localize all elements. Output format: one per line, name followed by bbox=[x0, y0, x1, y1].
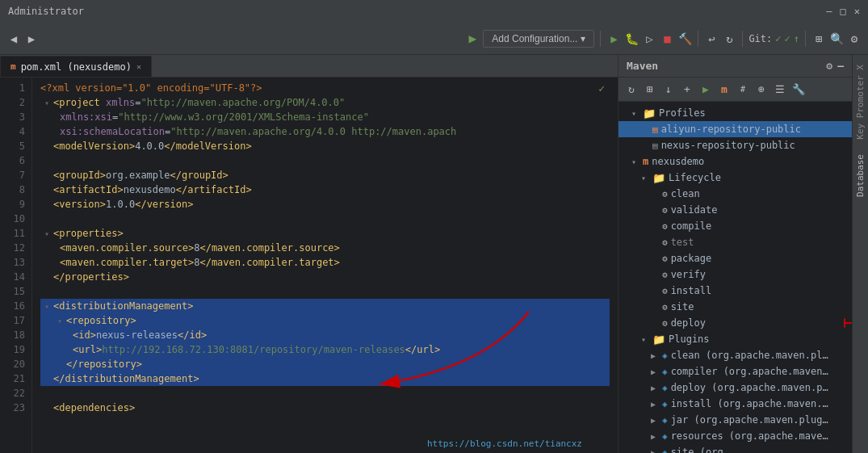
maven-filter-icon[interactable]: ☰ bbox=[772, 82, 788, 98]
lifecycle-folder-icon: 📁 bbox=[652, 172, 665, 184]
tree-clean[interactable]: ⚙ clean bbox=[619, 186, 852, 202]
maximize-btn[interactable]: □ bbox=[841, 6, 846, 17]
stop-icon[interactable]: ■ bbox=[660, 31, 674, 46]
aliyun-profile-icon: ▤ bbox=[652, 124, 658, 135]
validate-label: validate bbox=[671, 204, 718, 216]
maven-run-icon[interactable]: ▶ bbox=[698, 82, 714, 98]
code-line-23: <dependencies> bbox=[40, 401, 610, 415]
tab-bar: m pom.xml (nexusdemo) ✕ bbox=[0, 55, 618, 78]
tree-plugin-compiler[interactable]: ▶ ◈ compiler (org.apache.maven.plugins:m… bbox=[619, 363, 852, 380]
tab-close-icon[interactable]: ✕ bbox=[136, 62, 141, 71]
tree-plugin-deploy[interactable]: ▶ ◈ deploy (org.apache.maven.plugins:mav… bbox=[619, 380, 852, 396]
site-label: site bbox=[671, 301, 694, 312]
tree-plugin-resources[interactable]: ▶ ◈ resources (org.apache.maven.plugins:… bbox=[619, 428, 852, 444]
editor-area: m pom.xml (nexusdemo) ✕ 1 2 3 4 5 6 7 8 … bbox=[0, 55, 618, 453]
revert-icon[interactable]: ↩ bbox=[704, 31, 719, 46]
tree-test[interactable]: ⚙ test bbox=[619, 234, 852, 250]
minimize-btn[interactable]: — bbox=[826, 6, 832, 17]
tree-plugin-site[interactable]: ▶ ◈ site (org bbox=[619, 444, 852, 453]
tree-plugin-clean[interactable]: ▶ ◈ clean (org.apache.maven.plugins:mave… bbox=[619, 347, 852, 363]
maven-toggle-icon[interactable]: ⊕ bbox=[753, 82, 769, 98]
plugin-deploy-icon: ◈ bbox=[662, 383, 668, 393]
maven-m-icon[interactable]: m bbox=[716, 82, 732, 98]
tree-package[interactable]: ⚙ package bbox=[619, 250, 852, 266]
tree-plugin-install[interactable]: ▶ ◈ install (org.apache.maven.plugins:ma… bbox=[619, 396, 852, 412]
add-configuration-button[interactable]: Add Configuration... ▾ bbox=[483, 30, 594, 48]
search-icon[interactable]: 🔍 bbox=[829, 31, 844, 46]
code-line-14: </properties> bbox=[40, 270, 610, 284]
run-with-coverage-icon[interactable]: ▷ bbox=[642, 31, 656, 46]
compile-gear-icon: ⚙ bbox=[662, 221, 668, 232]
tree-nexus-profile[interactable]: ▤ nexus-repository-public bbox=[619, 137, 852, 153]
code-line-8: <artifactId> nexusdemo </artifactId> bbox=[40, 182, 610, 197]
terminal-icon[interactable]: ⊞ bbox=[811, 31, 826, 46]
nexusdemo-label: nexusdemo bbox=[652, 156, 704, 167]
fold-icon-2[interactable]: ▾ bbox=[40, 96, 53, 109]
maven-tool-icon[interactable]: 🔧 bbox=[790, 82, 807, 98]
plugin-clean-label: clean (org.apache.maven.plugins:maven- bbox=[671, 350, 832, 361]
separator-2 bbox=[698, 31, 698, 47]
tree-compile[interactable]: ⚙ compile bbox=[619, 218, 852, 234]
toolbar: ◀ ▶ ▶ Add Configuration... ▾ ▶ 🐛 ▷ ■ 🔨 ↩… bbox=[0, 23, 868, 55]
tree-validate[interactable]: ⚙ validate bbox=[619, 202, 852, 218]
maven-tree[interactable]: ▾ 📁 Profiles ▤ aliyun-repository-public … bbox=[619, 102, 852, 453]
code-content[interactable]: <?xml version="1.0" encoding="UTF-8"?> ✓… bbox=[32, 78, 618, 453]
maven-reimport-icon[interactable]: ⊞ bbox=[642, 82, 658, 98]
code-line-11: ▾ <properties> bbox=[40, 226, 610, 241]
plugin-site-label: site (org bbox=[671, 447, 723, 453]
title-text: Administrator bbox=[8, 6, 84, 17]
tree-profiles[interactable]: ▾ 📁 Profiles bbox=[619, 105, 852, 121]
tree-deploy[interactable]: ⚙ deploy bbox=[619, 315, 852, 331]
maven-file-icon: m bbox=[10, 61, 16, 72]
debug-icon[interactable]: 🐛 bbox=[624, 31, 639, 46]
dropdown-arrow-icon: ▾ bbox=[581, 33, 585, 44]
close-btn[interactable]: ✕ bbox=[854, 6, 860, 17]
maven-header-icons: ⚙ — bbox=[826, 60, 844, 72]
fold-icon-11[interactable]: ▾ bbox=[40, 227, 53, 240]
update-icon[interactable]: ↻ bbox=[722, 31, 736, 46]
run-icon[interactable]: ▶ bbox=[606, 31, 621, 46]
git-check-icon: ✓ bbox=[775, 33, 781, 44]
verify-label: verify bbox=[671, 269, 706, 280]
tree-aliyun-profile[interactable]: ▤ aliyun-repository-public bbox=[619, 121, 852, 137]
package-label: package bbox=[671, 253, 712, 264]
git-info: Git: ✓ ✓ ↑ bbox=[748, 33, 799, 44]
nexus-profile-icon: ▤ bbox=[652, 141, 658, 151]
plugin-install-label: install (org.apache.maven.plugins:maven bbox=[671, 398, 832, 409]
tree-site[interactable]: ⚙ site bbox=[619, 299, 852, 315]
maven-download-icon[interactable]: ↓ bbox=[660, 82, 677, 98]
fold-icon-16[interactable]: ▾ bbox=[40, 300, 53, 312]
maven-phase-icon[interactable]: # bbox=[735, 82, 751, 98]
tree-verify[interactable]: ⚙ verify bbox=[619, 266, 852, 283]
aliyun-profile-label: aliyun-repository-public bbox=[661, 124, 801, 135]
pom-xml-tab[interactable]: m pom.xml (nexusdemo) ✕ bbox=[0, 56, 152, 77]
plugin-clean-icon: ◈ bbox=[662, 350, 668, 361]
tree-plugins[interactable]: ▾ 📁 Plugins bbox=[619, 331, 852, 347]
green-arrow-icon[interactable]: ▶ bbox=[465, 31, 480, 46]
tree-plugin-jar[interactable]: ▶ ◈ jar (org.apache.maven.plugins:maven-… bbox=[619, 412, 852, 428]
build-icon[interactable]: 🔨 bbox=[677, 31, 692, 46]
add-config-label: Add Configuration... bbox=[492, 33, 577, 44]
plugin-deploy-label: deploy (org.apache.maven.plugins:mave bbox=[671, 382, 832, 393]
key-promoter-tab[interactable]: Key Promoter X bbox=[853, 58, 867, 146]
plugin-compiler-label: compiler (org.apache.maven.plugins:maven… bbox=[671, 366, 832, 377]
tree-install[interactable]: ⚙ install bbox=[619, 283, 852, 299]
maven-add-icon[interactable]: + bbox=[679, 82, 695, 98]
profiles-chevron: ▾ bbox=[631, 109, 639, 118]
maven-settings-icon[interactable]: ⚙ bbox=[826, 60, 832, 72]
database-tab[interactable]: Database bbox=[853, 148, 867, 203]
maven-refresh-icon[interactable]: ↻ bbox=[623, 82, 639, 98]
maven-collapse-icon[interactable]: — bbox=[837, 60, 844, 72]
code-line-4: xsi:schemaLocation="http://maven.apache.… bbox=[40, 124, 610, 139]
code-line-7: <groupId> org.example </groupId> bbox=[40, 168, 610, 182]
back-icon[interactable]: ◀ bbox=[6, 31, 21, 46]
deploy-gear-icon: ⚙ bbox=[662, 318, 668, 329]
forward-icon[interactable]: ▶ bbox=[24, 31, 39, 46]
install-label: install bbox=[671, 285, 712, 296]
tree-lifecycle[interactable]: ▾ 📁 Lifecycle bbox=[619, 170, 852, 186]
side-tabs: Key Promoter X Database bbox=[852, 55, 868, 453]
fold-icon-17[interactable]: ▾ bbox=[53, 314, 66, 327]
tree-nexusdemo[interactable]: ▾ m nexusdemo bbox=[619, 153, 852, 170]
settings-icon[interactable]: ⚙ bbox=[847, 31, 862, 46]
profiles-folder-icon: 📁 bbox=[643, 107, 656, 120]
